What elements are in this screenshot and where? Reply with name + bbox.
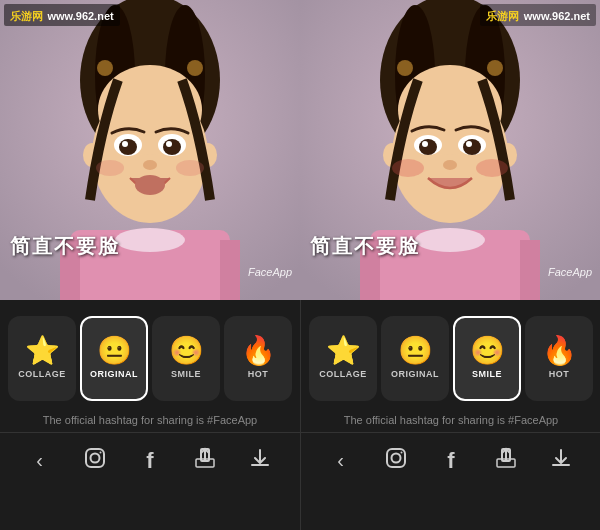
svg-point-38 (419, 139, 437, 155)
left-image-panel: 简直不要脸 FaceApp (0, 0, 300, 300)
right-share-button[interactable] (486, 441, 526, 481)
left-back-button[interactable]: ‹ (20, 441, 60, 481)
original-icon: 😐 (97, 337, 132, 365)
svg-point-47 (392, 159, 424, 177)
svg-point-16 (166, 141, 172, 147)
left-subtitle: 简直不要脸 (10, 233, 120, 260)
watermark-right-url: www.962.net (524, 10, 590, 22)
right-original-icon: 😐 (398, 337, 433, 365)
smile-label: SMILE (171, 369, 201, 379)
svg-point-22 (187, 60, 203, 76)
watermark-left-yellow: 乐游网 (10, 10, 43, 22)
svg-point-42 (443, 160, 457, 170)
right-hot-label: HOT (549, 369, 570, 379)
svg-rect-9 (220, 240, 240, 300)
back-icon: ‹ (36, 449, 43, 472)
collage-icon: ⭐ (25, 337, 60, 365)
bottom-panels: ⭐ COLLAGE 😐 ORIGINAL 😊 SMILE 🔥 HOT The o… (0, 300, 600, 530)
smile-icon: 😊 (169, 337, 204, 365)
svg-point-51 (99, 451, 101, 453)
right-back-button[interactable]: ‹ (321, 441, 361, 481)
right-original-label: ORIGINAL (391, 369, 439, 379)
svg-point-56 (400, 452, 402, 454)
svg-point-15 (122, 141, 128, 147)
hot-label: HOT (248, 369, 269, 379)
right-filter-hot[interactable]: 🔥 HOT (525, 316, 593, 401)
watermark-left-url: www.962.net (47, 10, 113, 22)
watermark-right-yellow: 乐游网 (486, 10, 519, 22)
share-icon (194, 447, 216, 474)
left-faceapp-watermark: FaceApp (248, 266, 292, 278)
right-instagram-icon (385, 447, 407, 474)
left-filter-smile[interactable]: 😊 SMILE (152, 316, 220, 401)
right-download-icon (550, 447, 572, 474)
svg-point-23 (96, 160, 124, 176)
svg-point-17 (143, 160, 157, 170)
svg-point-55 (391, 454, 400, 463)
right-image-panel: 简直不要脸 FaceApp (300, 0, 600, 300)
svg-point-35 (415, 228, 485, 252)
right-download-button[interactable] (541, 441, 581, 481)
svg-rect-49 (86, 449, 104, 467)
left-filter-hot[interactable]: 🔥 HOT (224, 316, 292, 401)
instagram-icon (84, 447, 106, 475)
left-hashtag: The official hashtag for sharing is #Fac… (0, 410, 300, 432)
left-share-button[interactable] (185, 441, 225, 481)
svg-point-45 (397, 60, 413, 76)
svg-point-46 (487, 60, 503, 76)
svg-point-48 (476, 159, 508, 177)
svg-point-13 (119, 139, 137, 155)
original-label: ORIGINAL (90, 369, 138, 379)
right-filter-collage[interactable]: ⭐ COLLAGE (309, 316, 377, 401)
controls-section: ⭐ COLLAGE 😐 ORIGINAL 😊 SMILE 🔥 HOT The o… (0, 300, 600, 530)
svg-point-39 (463, 139, 481, 155)
right-hashtag: The official hashtag for sharing is #Fac… (301, 410, 600, 432)
left-instagram-button[interactable] (75, 441, 115, 481)
svg-point-21 (97, 60, 113, 76)
images-row: 简直不要脸 FaceApp (0, 0, 600, 300)
right-back-icon: ‹ (337, 449, 344, 472)
watermark-left: 乐游网 www.962.net (4, 4, 120, 26)
right-facebook-icon: f (447, 448, 454, 474)
right-filter-smile[interactable]: 😊 SMILE (453, 316, 521, 401)
right-smile-label: SMILE (472, 369, 502, 379)
left-filter-original[interactable]: 😐 ORIGINAL (80, 316, 148, 401)
right-collage-label: COLLAGE (319, 369, 367, 379)
right-filter-row: ⭐ COLLAGE 😐 ORIGINAL 😊 SMILE 🔥 HOT (301, 300, 600, 410)
svg-point-24 (176, 160, 204, 176)
right-facebook-button[interactable]: f (431, 441, 471, 481)
right-smile-icon: 😊 (470, 337, 505, 365)
right-share-icon (495, 447, 517, 474)
left-bottom-panel: ⭐ COLLAGE 😐 ORIGINAL 😊 SMILE 🔥 HOT The o… (0, 300, 301, 530)
svg-point-10 (115, 228, 185, 252)
svg-point-40 (422, 141, 428, 147)
right-hot-icon: 🔥 (542, 337, 577, 365)
right-filter-original[interactable]: 😐 ORIGINAL (381, 316, 449, 401)
svg-rect-54 (387, 449, 405, 467)
right-faceapp-watermark: FaceApp (548, 266, 592, 278)
left-download-button[interactable] (240, 441, 280, 481)
download-icon (249, 447, 271, 474)
svg-point-50 (90, 453, 99, 462)
svg-rect-34 (520, 240, 540, 300)
right-bottom-panel: ⭐ COLLAGE 😐 ORIGINAL 😊 SMILE 🔥 HOT The o… (301, 300, 600, 530)
watermark-right: 乐游网 www.962.net (480, 4, 596, 26)
hot-icon: 🔥 (241, 337, 276, 365)
left-facebook-button[interactable]: f (130, 441, 170, 481)
left-filter-collage[interactable]: ⭐ COLLAGE (8, 316, 76, 401)
collage-label: COLLAGE (18, 369, 66, 379)
svg-point-14 (163, 139, 181, 155)
left-filter-row: ⭐ COLLAGE 😐 ORIGINAL 😊 SMILE 🔥 HOT (0, 300, 300, 410)
svg-point-41 (466, 141, 472, 147)
left-bottom-nav: ‹ f (0, 432, 300, 488)
right-subtitle: 简直不要脸 (310, 233, 420, 260)
svg-point-18 (135, 175, 165, 195)
right-bottom-nav: ‹ f (301, 432, 600, 488)
facebook-icon: f (146, 448, 153, 474)
right-collage-icon: ⭐ (326, 337, 361, 365)
right-instagram-button[interactable] (376, 441, 416, 481)
